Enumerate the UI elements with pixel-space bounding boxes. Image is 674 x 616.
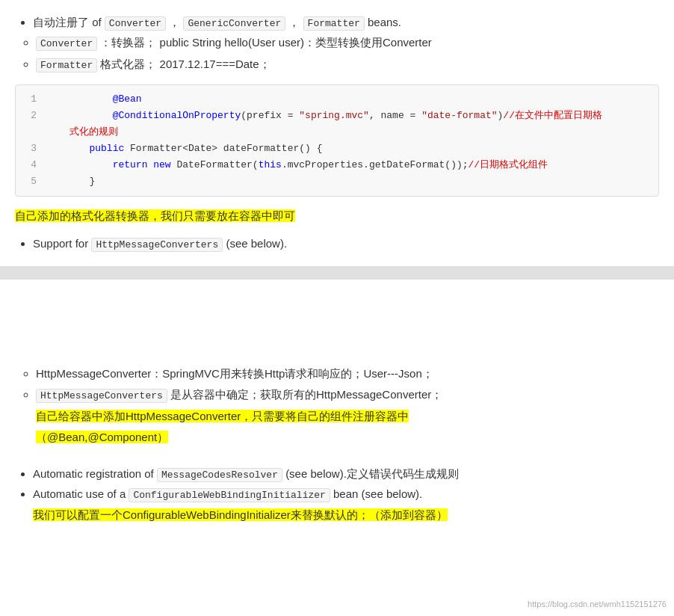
section3-sub2-code: HttpMessageConverters [36,389,167,403]
watermark: https://blog.csdn.net/wmh1152151276 [528,600,667,609]
comment-line4: //日期格式化组件 [469,159,548,170]
line-num-2: 2 [16,108,43,124]
line-num-3: 3 [16,141,43,157]
code-line-1: 1 @Bean [16,91,658,108]
highlight1-paragraph: 自己添加的格式化器转换器，我们只需要放在容器中即可 [15,206,659,226]
line-content-1: @Bean [43,91,658,108]
kw-this: this [259,159,282,170]
comment-line2: //在文件中配置日期格 [503,110,602,121]
code-block: 1 @Bean 2 @ConditionalOnProperty(prefix … [15,84,659,197]
section3-sub-list: HttpMessageConverter：SpringMVC用来转换Http请求… [36,363,659,449]
highlight3-text: 我们可以配置一个ConfigurableWebBindingInitialize… [33,508,448,521]
section4-list: Automatic registration of MessageCodesRe… [33,463,659,525]
str-spring-mvc: "spring.mvc" [299,110,369,121]
section3-content: HttpMessageConverter：SpringMVC用来转换Http请求… [0,351,674,525]
section1-bullet1: 自动注册了 of Converter ， GenericConverter ， … [33,12,659,32]
section4-b1-before: Automatic registration of [33,467,157,480]
annotation2: @ConditionalOnProperty [113,110,241,121]
bullet1-code1: Converter [105,16,166,31]
annotation1: @Bean [113,93,142,105]
comment-line2-cont: 式化的规则 [69,126,118,138]
sub-bullet1-code: Converter [36,37,97,51]
bullet1-text-before: 自动注册了 of [33,16,102,28]
bullet1-text-after: beans. [368,16,401,28]
section3-sub1-text: HttpMessageConverter：SpringMVC用来转换Http请求… [36,367,433,380]
bullet1-sep2: ， [288,16,300,28]
sub-bullet1: Converter ：转换器； public String hello(User… [36,32,659,54]
str-date-format: "date-format" [421,110,497,121]
code-line-2: 2 @ConditionalOnProperty(prefix = "sprin… [16,108,658,141]
section1-list: 自动注册了 of Converter ， GenericConverter ， … [33,12,659,32]
bullet1-code2: GenericConverter [183,16,285,31]
highlight1-text: 自己添加的格式化器转换器，我们只需要放在容器中即可 [15,209,295,222]
section4-b2-code: ConfigurableWebBindingInitializer [129,488,330,502]
sub-bullet1-text: ：转换器； public String hello(User user)：类型转… [100,36,431,49]
section4-b1-after: (see below).定义错误代码生成规则 [285,467,459,480]
section3-sub2-text: 是从容器中确定；获取所有的HttpMessageConverter； [170,388,442,401]
section2-bullet: Support for HttpMessageConverters (see b… [33,233,659,253]
line-content-3: public Formatter<Date> dateFormatter() { [43,141,658,157]
kw-return: return [113,159,148,170]
section-divider [0,266,674,280]
code-line-5: 5 } [16,173,658,190]
line-num-4: 4 [16,157,43,173]
bullet1-sep1: ， [169,16,180,28]
highlight2-line1: 自己给容器中添加HttpMessageConverter，只需要将自己的组件注册… [36,410,409,422]
section2-text-after: (see below). [226,237,287,250]
spacer2 [15,449,659,463]
section1-sub-list: Converter ：转换器； public String hello(User… [36,32,659,75]
highlight2-line2: （@Bean,@Component） [36,431,168,443]
main-content: 自动注册了 of Converter ， GenericConverter ， … [0,0,674,254]
line-content-4: return new DateFormatter(this.mvcPropert… [43,157,658,173]
sub-bullet2-text: 格式化器； 2017.12.17===Date； [100,58,270,70]
section3-sub2: HttpMessageConverters 是从容器中确定；获取所有的HttpM… [36,384,659,449]
section3-sub1: HttpMessageConverter：SpringMVC用来转换Http请求… [36,363,659,385]
section4-bullet2: Automatic use of a ConfigurableWebBindin… [33,484,659,524]
spacer [0,292,674,351]
section4-b2-before: Automatic use of a [33,487,129,500]
section2-text-before: Support for [33,237,91,250]
kw-new: new [153,159,170,170]
section2-list: Support for HttpMessageConverters (see b… [33,233,659,253]
sub-bullet2: Formatter 格式化器； 2017.12.17===Date； [36,54,659,76]
section4-bullet1: Automatic registration of MessageCodesRe… [33,463,659,484]
sub-bullet2-code: Formatter [36,58,97,73]
line-num-1: 1 [16,91,43,108]
kw-public3: public [89,143,124,154]
code-line-3: 3 public Formatter<Date> dateFormatter()… [16,141,658,157]
bullet1-code3: Formatter [303,16,365,31]
section4-b2-after: bean (see below). [333,487,422,500]
section2-code: HttpMessageConverters [91,238,223,252]
code-line-4: 4 return new DateFormatter(this.mvcPrope… [16,157,658,173]
line-num-5: 5 [16,173,43,190]
section4-b1-code: MessageCodesResolver [157,468,282,482]
line-content-5: } [43,173,658,190]
comment-wrap: 式化的规则 [69,126,118,138]
line-content-2: @ConditionalOnProperty(prefix = "spring.… [43,108,658,141]
